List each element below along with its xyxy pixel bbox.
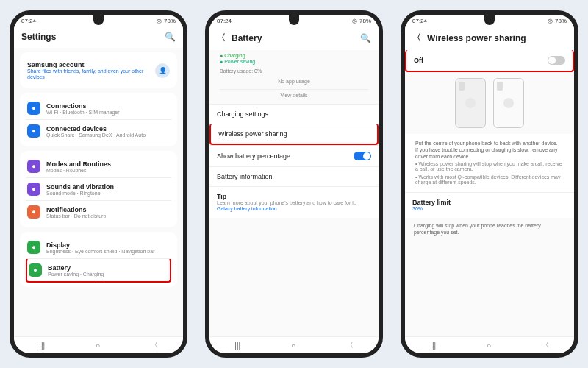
phone-illustration bbox=[405, 72, 574, 134]
row-title: Connections bbox=[46, 102, 170, 110]
usage-label: Battery usage: 0% bbox=[220, 68, 368, 74]
row-icon: ● bbox=[27, 102, 40, 115]
row-title: Modes and Routines bbox=[46, 160, 170, 168]
bullet-2: • Works with most Qi-compatible devices.… bbox=[412, 173, 567, 186]
row-label: Show battery percentage bbox=[217, 152, 354, 160]
off-label: Off bbox=[414, 57, 548, 64]
row-label: Wireless power sharing bbox=[218, 130, 370, 138]
row-title: Battery bbox=[48, 264, 168, 272]
avatar-icon[interactable]: 👤 bbox=[155, 63, 170, 78]
nav-bar: ||| ○ 〈 bbox=[14, 336, 183, 353]
row-icon: ● bbox=[27, 205, 40, 219]
battery-row-charging-settings[interactable]: Charging settings bbox=[209, 104, 379, 124]
account-sub: Share files with friends, family, and ev… bbox=[27, 68, 149, 79]
header: Settings 🔍 bbox=[14, 26, 183, 48]
home-button[interactable]: ○ bbox=[291, 342, 295, 350]
limit-title: Battery limit bbox=[412, 199, 567, 206]
desc-1: Put the centre of your phone back to bac… bbox=[412, 140, 567, 146]
limit-footer: Charging will stop when your phone reach… bbox=[405, 218, 574, 240]
desc-2: If you have trouble connecting or chargi… bbox=[412, 146, 567, 160]
row-sub: Wi-Fi · Bluetooth · SIM manager bbox=[46, 110, 170, 116]
samsung-account-card[interactable]: Samsung account Share files with friends… bbox=[20, 52, 177, 88]
account-title: Samsung account bbox=[27, 61, 149, 68]
search-icon[interactable]: 🔍 bbox=[165, 32, 176, 42]
limit-value: 30% bbox=[412, 206, 567, 212]
toggle-icon[interactable] bbox=[548, 56, 565, 65]
recents-button[interactable]: ||| bbox=[39, 342, 45, 350]
back-icon[interactable]: 〈 bbox=[217, 32, 226, 44]
settings-row-connected-devices[interactable]: ●Connected devicesQuick Share · Samsung … bbox=[26, 119, 171, 142]
back-button[interactable]: 〈 bbox=[151, 340, 158, 350]
notch bbox=[289, 15, 299, 25]
row-sub: Sound mode · Ringtone bbox=[46, 191, 170, 197]
row-sub: Power saving · Charging bbox=[48, 272, 168, 277]
header: 〈 Battery 🔍 bbox=[209, 26, 379, 50]
phone-settings: 07:24 ◎78% Settings 🔍 Samsung account Sh… bbox=[10, 10, 187, 358]
battery-row-show-battery-percentage[interactable]: Show battery percentage bbox=[209, 145, 379, 166]
home-button[interactable]: ○ bbox=[487, 342, 491, 350]
battery-limit-row[interactable]: Battery limit 30% bbox=[405, 192, 574, 218]
row-sub: Quick Share · Samsung DeX · Android Auto bbox=[46, 132, 170, 138]
row-icon: ● bbox=[27, 241, 40, 254]
clock: 07:24 bbox=[412, 18, 427, 24]
battery-pct: 78% bbox=[164, 18, 176, 24]
back-button[interactable]: 〈 bbox=[542, 340, 549, 350]
legend-saving: Power saving bbox=[224, 59, 255, 64]
back-icon[interactable]: 〈 bbox=[412, 32, 421, 44]
settings-row-connections[interactable]: ●ConnectionsWi-Fi · Bluetooth · SIM mana… bbox=[26, 97, 171, 119]
tip-section: Tip Learn more about your phone's batter… bbox=[209, 186, 379, 217]
row-sub: Modes · Routines bbox=[46, 168, 170, 174]
clock: 07:24 bbox=[217, 18, 232, 24]
settings-row-battery[interactable]: ●BatteryPower saving · Charging bbox=[26, 258, 171, 283]
row-icon: ● bbox=[29, 263, 42, 277]
row-icon: ● bbox=[27, 160, 40, 173]
battery-row-wireless-power-sharing[interactable]: Wireless power sharing bbox=[209, 124, 379, 145]
row-title: Display bbox=[46, 241, 170, 249]
row-sub: Status bar · Do not disturb bbox=[46, 213, 170, 219]
bullet-1: • Wireless power sharing will stop when … bbox=[412, 160, 567, 173]
header: 〈 Wireless power sharing bbox=[405, 26, 574, 50]
legend-charging: Charging bbox=[224, 53, 245, 58]
battery-row-battery-information[interactable]: Battery information bbox=[209, 166, 379, 186]
nav-bar: ||| ○ 〈 bbox=[405, 336, 574, 353]
group-modes: ●Modes and RoutinesModes · Routines●Soun… bbox=[20, 151, 177, 227]
row-title: Notifications bbox=[46, 206, 170, 213]
notch bbox=[93, 15, 104, 25]
nav-bar: ||| ○ 〈 bbox=[209, 336, 379, 353]
battery-icon: ◎ bbox=[548, 18, 553, 24]
battery-pct: 78% bbox=[359, 18, 371, 24]
settings-row-notifications[interactable]: ●NotificationsStatus bar · Do not distur… bbox=[26, 200, 171, 223]
group-display: ●DisplayBrightness · Eye comfort shield … bbox=[20, 232, 177, 287]
battery-pct: 78% bbox=[555, 18, 567, 24]
row-label: Charging settings bbox=[217, 110, 371, 118]
no-app-usage: No app usage bbox=[220, 74, 368, 89]
battery-icon: ◎ bbox=[157, 18, 162, 24]
notch bbox=[484, 15, 495, 25]
clock: 07:24 bbox=[21, 18, 36, 24]
row-title: Connected devices bbox=[46, 125, 170, 132]
page-title: Battery bbox=[232, 33, 262, 43]
settings-row-modes-and-routines[interactable]: ●Modes and RoutinesModes · Routines bbox=[26, 155, 171, 177]
search-icon[interactable]: 🔍 bbox=[360, 33, 371, 43]
home-button[interactable]: ○ bbox=[96, 342, 100, 350]
recents-button[interactable]: ||| bbox=[430, 342, 436, 350]
phone-back-icon bbox=[455, 78, 486, 128]
battery-icon: ◎ bbox=[352, 18, 357, 24]
settings-row-display[interactable]: ●DisplayBrightness · Eye comfort shield … bbox=[26, 236, 171, 258]
group-connections: ●ConnectionsWi-Fi · Bluetooth · SIM mana… bbox=[20, 93, 177, 146]
tip-link[interactable]: Galaxy battery information bbox=[217, 206, 371, 212]
page-title: Settings bbox=[21, 32, 56, 42]
recents-button[interactable]: ||| bbox=[234, 342, 240, 350]
view-details[interactable]: View details bbox=[220, 89, 368, 102]
back-button[interactable]: 〈 bbox=[346, 340, 354, 350]
settings-row-sounds-and-vibration[interactable]: ●Sounds and vibrationSound mode · Ringto… bbox=[26, 177, 171, 200]
toggle-icon[interactable] bbox=[354, 152, 371, 160]
tip-body: Learn more about your phone's battery an… bbox=[217, 200, 371, 206]
row-title: Sounds and vibration bbox=[46, 183, 170, 191]
phone-wps: 07:24 ◎78% 〈 Wireless power sharing Off … bbox=[401, 10, 578, 358]
off-toggle-row[interactable]: Off bbox=[405, 50, 574, 72]
tip-heading: Tip bbox=[217, 193, 371, 200]
page-title: Wireless power sharing bbox=[427, 33, 526, 43]
row-icon: ● bbox=[27, 183, 40, 196]
row-sub: Brightness · Eye comfort shield · Naviga… bbox=[46, 249, 170, 255]
